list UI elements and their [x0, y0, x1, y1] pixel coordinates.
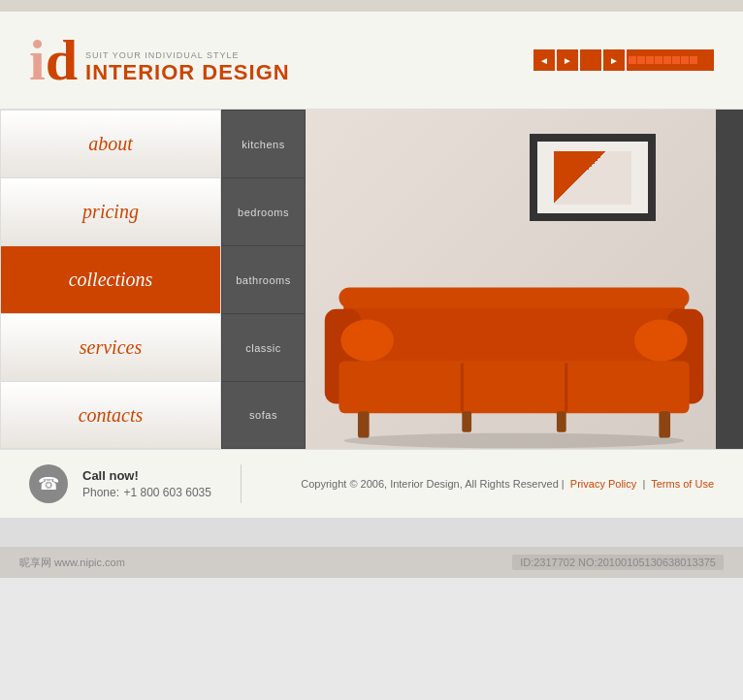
privacy-policy-link[interactable]: Privacy Policy — [570, 478, 636, 490]
phone-number: +1 800 603 6035 — [124, 486, 211, 499]
svg-point-7 — [340, 320, 394, 362]
footer: ☎ Call now! Phone: +1 800 603 6035 Copyr… — [0, 449, 743, 518]
stop-button[interactable] — [580, 49, 601, 71]
svg-rect-1 — [339, 287, 689, 307]
watermark-right: ID:2317702 NO:20100105130638013375 — [512, 555, 724, 570]
slideshow-controls: ◄ ► ► — [533, 49, 714, 71]
terms-of-use-link[interactable]: Terms of Use — [651, 478, 714, 490]
svg-point-13 — [343, 433, 684, 449]
phone-label: Phone: — [82, 486, 119, 499]
logo-title-part3: ESIGN — [218, 60, 289, 84]
forward-button[interactable]: ► — [603, 49, 625, 71]
sofa-svg — [315, 236, 713, 449]
phone-icon: ☎ — [29, 464, 68, 503]
progress-dot — [655, 56, 662, 64]
wall-picture-inner — [554, 151, 631, 205]
svg-rect-9 — [358, 411, 370, 437]
logo-tagline: SUIT YOUR INDIVIDUAL STYLE — [85, 50, 290, 60]
wall-picture — [530, 134, 656, 221]
footer-contact: ☎ Call now! Phone: +1 800 603 6035 — [29, 464, 242, 503]
nav-bathrooms[interactable]: bathrooms — [221, 245, 306, 313]
main-content: about pricing collections services conta… — [0, 110, 743, 449]
next-button[interactable]: ► — [557, 49, 578, 71]
watermark-bar: 昵享网 www.nipic.com ID:2317702 NO:20100105… — [0, 547, 743, 578]
progress-dot — [646, 56, 654, 64]
progress-dot — [629, 56, 636, 64]
progress-dot — [672, 56, 680, 64]
nav-kitchens[interactable]: kitchens — [221, 110, 306, 177]
nav-classic[interactable]: classic — [221, 313, 306, 381]
nav-right: kitchens bedrooms bathrooms classic sofa… — [221, 110, 306, 449]
hero-image — [306, 110, 743, 449]
logo-area: id SUIT YOUR INDIVIDUAL STYLE INTERIOR D… — [29, 31, 290, 89]
copyright-text: Copyright © 2006, Interior Design, All R… — [301, 478, 564, 490]
call-now-label: Call now! — [82, 468, 211, 483]
sidebar: about pricing collections services conta… — [0, 110, 306, 449]
svg-rect-10 — [659, 411, 670, 437]
svg-point-8 — [634, 320, 688, 362]
nav-bedrooms[interactable]: bedrooms — [221, 177, 306, 245]
logo-title: INTERIOR DESIGN — [85, 60, 290, 85]
nav-contacts[interactable]: contacts — [0, 381, 221, 449]
logo-text: SUIT YOUR INDIVIDUAL STYLE INTERIOR DESI… — [85, 50, 290, 89]
header: id SUIT YOUR INDIVIDUAL STYLE INTERIOR D… — [0, 12, 743, 110]
separator: | — [642, 478, 645, 490]
footer-call-info: Call now! Phone: +1 800 603 6035 — [82, 468, 211, 500]
nav-sofas[interactable]: sofas — [221, 381, 306, 449]
watermark-left: 昵享网 www.nipic.com — [19, 556, 125, 570]
nav-about[interactable]: about — [0, 110, 221, 177]
logo-title-part1: INTERIOR — [85, 60, 202, 84]
nav-collections[interactable]: collections — [0, 245, 221, 313]
footer-legal: Copyright © 2006, Interior Design, All R… — [301, 478, 714, 490]
nav-left: about pricing collections services conta… — [0, 110, 221, 449]
svg-rect-12 — [557, 411, 566, 431]
dark-right-bar — [716, 110, 743, 449]
nav-pricing[interactable]: pricing — [0, 177, 221, 245]
progress-dot — [681, 56, 689, 64]
logo-letters: id — [29, 31, 78, 89]
svg-rect-11 — [462, 411, 471, 431]
progress-dot — [637, 56, 645, 64]
prev-button[interactable]: ◄ — [533, 49, 555, 71]
progress-bar — [627, 49, 714, 71]
nav-services[interactable]: services — [0, 313, 221, 381]
logo-title-d: D — [202, 60, 218, 84]
spacer — [0, 518, 743, 547]
progress-dot — [690, 56, 697, 64]
content-area — [306, 110, 743, 449]
svg-rect-4 — [339, 362, 689, 414]
top-bar — [0, 0, 743, 12]
progress-dot — [663, 56, 671, 64]
